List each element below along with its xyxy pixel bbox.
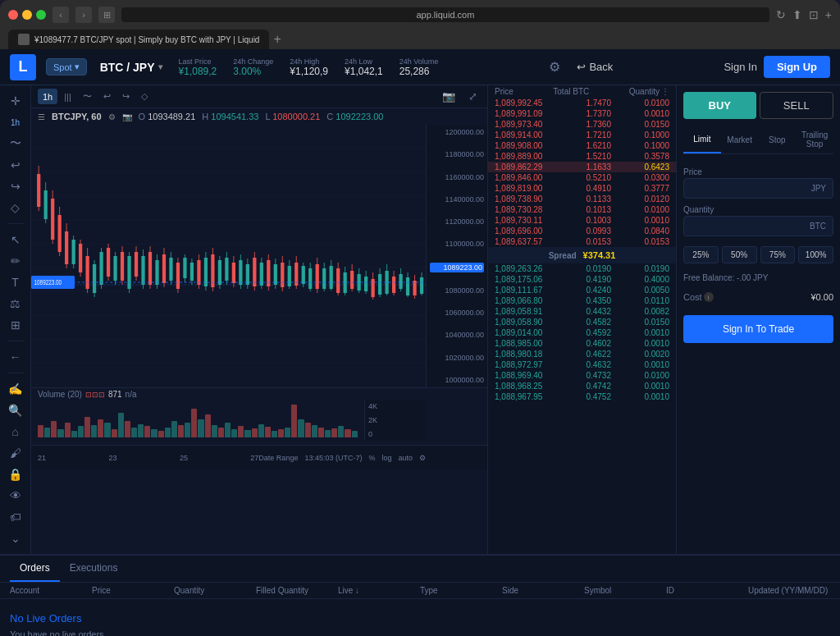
maximize-window-btn[interactable] bbox=[36, 10, 46, 20]
draw-tool[interactable]: ◇ bbox=[4, 199, 27, 217]
chart-svg-container[interactable]: 1089223.00 1200000.00 1180000.00 1160000… bbox=[31, 125, 487, 387]
orders-tab[interactable]: Orders bbox=[10, 556, 60, 582]
share-btn[interactable]: ⬆ bbox=[792, 8, 802, 21]
pct-75-btn[interactable]: 75% bbox=[760, 246, 796, 263]
chart-symbol: BTCJPY, 60 bbox=[52, 112, 102, 121]
price-level-9: 1040000.00 bbox=[430, 331, 484, 339]
executions-tab[interactable]: Executions bbox=[60, 556, 128, 582]
price-scale: 1200000.00 1180000.00 1160000.00 1140000… bbox=[426, 125, 487, 387]
tag-tool[interactable]: 🏷 bbox=[4, 508, 27, 526]
redo-tool[interactable]: ↪ bbox=[4, 177, 27, 195]
tf-wave-btn[interactable]: 〜 bbox=[78, 89, 97, 104]
limit-order-tab[interactable]: Limit bbox=[683, 126, 721, 153]
trailing-stop-tab[interactable]: Trailing Stop bbox=[796, 126, 833, 153]
signin-button[interactable]: Sign In bbox=[724, 61, 756, 73]
measure-tool[interactable]: ⚖ bbox=[4, 295, 27, 313]
tf-undo-btn[interactable]: ↩ bbox=[98, 89, 116, 104]
price-input[interactable]: JPY bbox=[683, 178, 833, 199]
browser-menu-btn[interactable]: ⊡ bbox=[809, 8, 819, 21]
back-button[interactable]: ↩ Back bbox=[577, 61, 613, 73]
tf-shape-btn[interactable]: ◇ bbox=[136, 89, 153, 104]
th-live[interactable]: Live ↓ bbox=[338, 586, 420, 595]
price-field-label: Price bbox=[683, 167, 833, 176]
bottom-section: Orders Executions Account Price Quantity… bbox=[0, 554, 840, 636]
eye-tool[interactable]: 👁 bbox=[4, 487, 27, 505]
pct-100-btn[interactable]: 100% bbox=[798, 246, 833, 263]
pencil-tool[interactable]: ✍ bbox=[4, 380, 27, 398]
quantity-input[interactable]: BTC bbox=[683, 216, 833, 236]
sign-in-to-trade-button[interactable]: Sign In To Trade bbox=[683, 315, 833, 343]
spread-row: Spread ¥374.31 bbox=[488, 247, 676, 263]
settings-icon[interactable]: ⚙ bbox=[549, 59, 560, 75]
refresh-btn[interactable]: ↻ bbox=[776, 8, 786, 21]
stop-order-tab[interactable]: Stop bbox=[759, 126, 797, 153]
spot-selector[interactable]: Spot ▾ bbox=[46, 58, 87, 75]
qty-sort-icon[interactable]: ⋮ bbox=[661, 87, 669, 96]
brush-tool[interactable]: 🖌 bbox=[4, 444, 27, 462]
vol-bar bbox=[158, 431, 164, 437]
date-range-label: Date Range bbox=[258, 454, 298, 462]
quantity-field-label: Quantity bbox=[683, 205, 833, 214]
pair-selector[interactable]: BTC / JPY ▾ bbox=[100, 61, 162, 74]
screenshot-btn[interactable]: 📷 bbox=[439, 89, 459, 104]
lock-tool[interactable]: 🔒 bbox=[4, 465, 27, 483]
cursor-tool[interactable]: ↖ bbox=[4, 231, 27, 249]
settings-icon-chart[interactable]: ⚙ bbox=[419, 454, 426, 462]
percentage-buttons: 25% 50% 75% 100% bbox=[683, 246, 833, 263]
tf-indicators-btn[interactable]: ||| bbox=[59, 89, 76, 104]
layout-tool[interactable]: ⊞ bbox=[4, 316, 27, 334]
vol-bar bbox=[91, 425, 97, 437]
signup-button[interactable]: Sign Up bbox=[764, 56, 830, 78]
orders-table-header: Account Price Quantity Filled Quantity L… bbox=[0, 583, 840, 599]
ob-bid-row: 1,089,175.06 0.4190 0.4000 bbox=[488, 274, 676, 285]
ob-bid-row: 1,089,263.26 0.0190 0.0190 bbox=[488, 263, 676, 274]
logo-icon: L bbox=[19, 58, 28, 75]
tf-redo-btn[interactable]: ↪ bbox=[117, 89, 135, 104]
grid-view-btn[interactable]: ⊞ bbox=[98, 7, 115, 23]
ob-bid-row: 1,088,969.40 0.4732 0.0100 bbox=[488, 370, 676, 381]
active-tab[interactable]: ¥1089477.7 BTC/JPY spot | Simply buy BTC… bbox=[8, 30, 269, 49]
chart-svg: 1089223.00 bbox=[31, 125, 426, 387]
address-bar[interactable]: app.liquid.com bbox=[121, 7, 769, 22]
back-nav-btn[interactable]: ‹ bbox=[52, 7, 69, 23]
chart-camera-icon[interactable]: 📷 bbox=[122, 112, 132, 121]
volume-area: Volume (20) ⊡⊡⊡ 871 n/a bbox=[31, 387, 487, 445]
x-label-23: 23 bbox=[108, 454, 116, 462]
undo-tool[interactable]: ↩ bbox=[4, 156, 27, 174]
crosshair-tool[interactable]: ✛ bbox=[4, 92, 27, 110]
new-tab-btn[interactable]: + bbox=[273, 32, 281, 47]
minimize-window-btn[interactable] bbox=[22, 10, 32, 20]
buy-button[interactable]: BUY bbox=[683, 92, 756, 119]
indicator-tool[interactable]: 〜 bbox=[4, 135, 27, 153]
cost-info-icon[interactable]: i bbox=[704, 292, 714, 302]
chart-settings2-icon[interactable]: ⚙ bbox=[108, 112, 116, 121]
sell-button[interactable]: SELL bbox=[760, 92, 834, 119]
back-arrow-icon: ↩ bbox=[577, 61, 586, 73]
text-tool[interactable]: T bbox=[4, 273, 27, 291]
pct-50-btn[interactable]: 50% bbox=[722, 246, 757, 263]
pct-25-btn[interactable]: 25% bbox=[683, 246, 719, 263]
close-window-btn[interactable] bbox=[8, 10, 18, 20]
vol-bar bbox=[125, 421, 130, 437]
market-order-tab[interactable]: Market bbox=[721, 126, 759, 153]
spread-label: Spread bbox=[549, 251, 577, 260]
fullscreen-btn[interactable]: ⤢ bbox=[465, 89, 481, 104]
timeframe-1h-btn[interactable]: 1h bbox=[4, 113, 27, 131]
ohlc-high: H 1094541.33 bbox=[202, 112, 258, 121]
forward-nav-btn[interactable]: › bbox=[75, 7, 92, 23]
chart-settings-icon[interactable]: ☰ bbox=[38, 112, 45, 121]
arrow-left-tool[interactable]: ← bbox=[4, 348, 27, 366]
zoom-tool[interactable]: 🔍 bbox=[4, 401, 27, 419]
vol-bar bbox=[84, 417, 90, 437]
ob-ask-row: 1,089,991.09 1.7370 0.0010 bbox=[488, 108, 676, 119]
ob-ask-row: 1,089,696.00 0.0993 0.0840 bbox=[488, 226, 676, 236]
pen-tool[interactable]: ✏ bbox=[4, 252, 27, 270]
chevron-down-tool[interactable]: ⌄ bbox=[4, 529, 27, 547]
tf-1h-btn[interactable]: 1h bbox=[38, 89, 57, 104]
magnet-tool[interactable]: ⌂ bbox=[4, 423, 27, 441]
change-value: 3.00% bbox=[233, 66, 273, 77]
empty-orders: No Live Orders You have no live orders. bbox=[0, 599, 840, 636]
new-tab-chrome-btn[interactable]: + bbox=[825, 8, 832, 21]
low-stat: 24h Low ¥1,042,1 bbox=[345, 57, 383, 77]
ob-bid-row: 1,088,985.00 0.4602 0.0010 bbox=[488, 338, 676, 349]
